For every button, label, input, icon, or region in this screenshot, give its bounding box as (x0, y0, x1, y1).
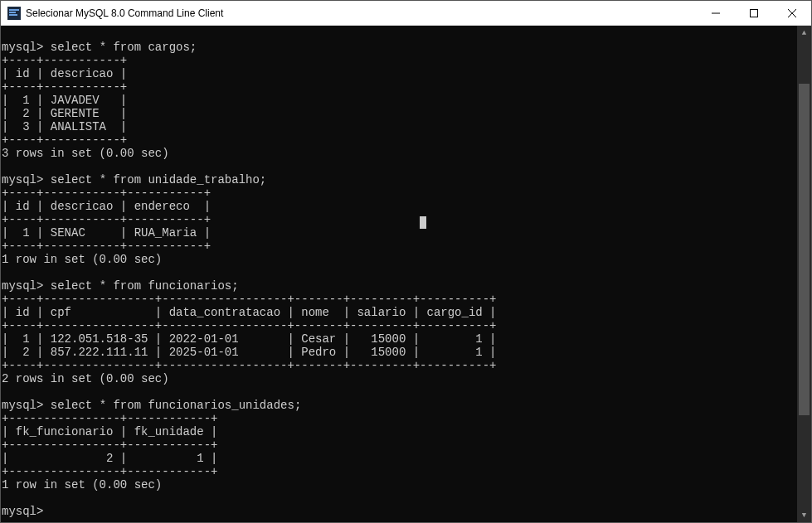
app-icon (7, 7, 21, 20)
status-line: 2 rows in set (0.00 sec) (2, 372, 169, 385)
table-row: | 2 | 857.222.111.11 | 2025-01-01 | Pedr… (2, 346, 497, 359)
table-sep: +----+-----------+-----------+ (2, 240, 211, 253)
table-row: | 3 | ANALISTA | (2, 120, 127, 133)
scroll-up-button[interactable]: ▲ (797, 26, 811, 40)
table-sep: +----------------+------------+ (2, 438, 217, 452)
table-row: | 2 | GERENTE | (2, 107, 127, 120)
query-func-unidades: select * from funcionarios_unidades; (51, 399, 301, 412)
terminal-output[interactable]: mysql> select * from cargos; +----+-----… (1, 26, 797, 522)
svg-rect-3 (9, 14, 17, 16)
svg-rect-5 (751, 9, 758, 17)
table-sep: +----+-----------+ (2, 54, 127, 67)
table-sep: +----+-----------+-----------+ (2, 186, 211, 200)
vertical-scrollbar[interactable]: ▲ ▼ (797, 26, 811, 522)
table-row: | 1 | JAVADEV | (2, 94, 127, 107)
table-head: | fk_funcionario | fk_unidade | (2, 425, 217, 438)
prompt: mysql> (2, 399, 43, 412)
prompt: mysql> (2, 505, 43, 518)
table-sep: +----+----------------+-----------------… (2, 359, 497, 372)
table-sep: +----+-----------+ (2, 133, 127, 147)
table-head: | id | descricao | endereco | (2, 200, 211, 213)
query-funcionarios: select * from funcionarios; (51, 279, 239, 293)
table-head: | id | descricao | (2, 67, 127, 80)
table-sep: +----------------+------------+ (2, 465, 217, 478)
query-unidade: select * from unidade_trabalho; (51, 173, 266, 186)
status-line: 3 rows in set (0.00 sec) (2, 147, 169, 160)
window-titlebar: Selecionar MySQL 8.0 Command Line Client (1, 1, 811, 26)
table-sep: +----+----------------+-----------------… (2, 319, 497, 332)
status-line: 1 row in set (0.00 sec) (2, 478, 162, 492)
status-line: 1 row in set (0.00 sec) (2, 253, 162, 266)
svg-rect-2 (9, 12, 16, 13)
scroll-thumb[interactable] (799, 84, 810, 415)
table-row: | 1 | SENAC | RUA_Maria | (2, 226, 211, 240)
table-sep: +----------------+------------+ (2, 412, 217, 425)
scroll-down-button[interactable]: ▼ (797, 508, 811, 522)
table-sep: +----+----------------+-----------------… (2, 293, 497, 306)
svg-rect-1 (9, 9, 19, 11)
text-cursor (420, 216, 426, 229)
table-sep: +----+-----------+ (2, 80, 127, 94)
maximize-button[interactable] (735, 1, 773, 25)
table-sep: +----+-----------+-----------+ (2, 213, 211, 226)
table-row: | 2 | 1 | (2, 452, 217, 465)
query-cargos: select * from cargos; (51, 41, 197, 54)
window-title: Selecionar MySQL 8.0 Command Line Client (26, 7, 223, 19)
table-row: | 1 | 122.051.518-35 | 2022-01-01 | Cesa… (2, 332, 497, 346)
terminal-area[interactable]: mysql> select * from cargos; +----+-----… (1, 26, 811, 522)
prompt: mysql> (2, 279, 43, 293)
prompt: mysql> (2, 41, 43, 54)
minimize-button[interactable] (697, 1, 735, 25)
titlebar-left: Selecionar MySQL 8.0 Command Line Client (7, 7, 223, 20)
close-button[interactable] (773, 1, 811, 25)
window-controls (697, 1, 811, 25)
prompt: mysql> (2, 173, 43, 186)
table-head: | id | cpf | data_contratacao | nome | s… (2, 306, 497, 319)
